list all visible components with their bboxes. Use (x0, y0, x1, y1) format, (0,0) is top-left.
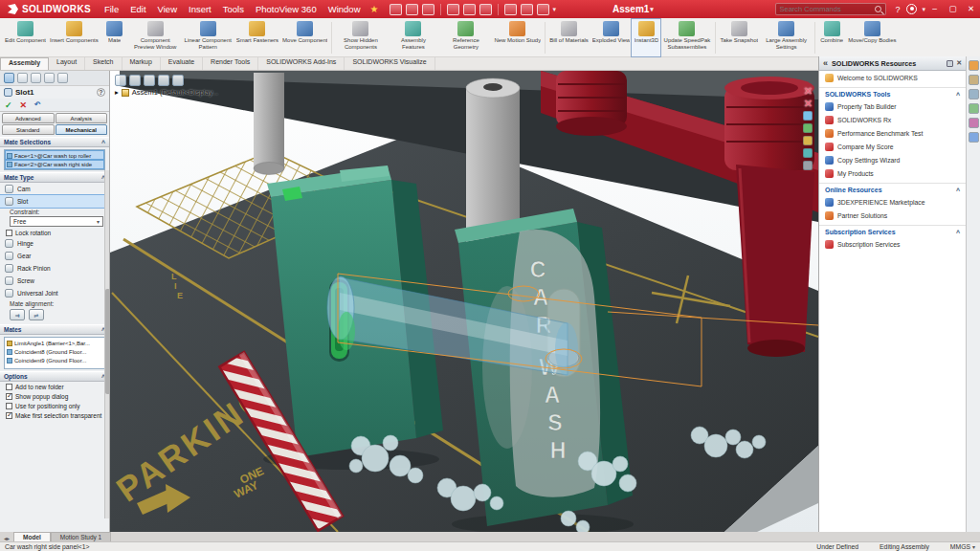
exploded-view-button[interactable]: Exploded View (590, 19, 633, 56)
constraint-select[interactable]: Free ▾ (10, 216, 103, 227)
open-document-icon[interactable] (406, 4, 418, 15)
tree-display-icon[interactable] (144, 75, 155, 86)
graphics-viewport[interactable]: PARKING WAY L I E ONE WAY (110, 71, 818, 532)
tab-render-tools[interactable]: Render Tools (203, 57, 258, 70)
menu-insert[interactable]: Insert (183, 4, 217, 14)
minimize-button[interactable]: – (925, 0, 944, 18)
tab-assembly[interactable]: Assembly (0, 57, 49, 70)
tab-mechanical-mates[interactable]: Mechanical (56, 124, 108, 135)
collapse-chevron-icon[interactable]: ˄ (101, 139, 105, 145)
tab-solidworks-addins[interactable]: SOLIDWORKS Add-Ins (258, 57, 345, 70)
insert-components-button[interactable]: Insert Components (48, 19, 100, 56)
new-document-icon[interactable] (390, 4, 402, 15)
context-settings-icon[interactable] (803, 161, 813, 170)
tab-analysis[interactable]: Analysis (56, 113, 108, 123)
tree-options-icon[interactable] (172, 75, 184, 86)
context-appearance-icon[interactable] (803, 148, 813, 158)
red-ribbed-cylinder-front[interactable] (556, 71, 627, 136)
linear-component-pattern-button[interactable]: Linear Component Pattern (182, 19, 234, 56)
pm-tab-dimxpert-icon[interactable] (44, 73, 55, 83)
show-hidden-components-button[interactable]: Show Hidden Components (334, 19, 387, 56)
link-partner-solutions[interactable]: Partner Solutions (819, 209, 966, 222)
mate-selections-listbox[interactable]: Face<1>@Car wash top roller Face<2>@Car … (4, 149, 105, 170)
search-icon[interactable] (875, 6, 881, 12)
collapse-chevron-icon[interactable]: ˄ (956, 91, 960, 98)
mate-type-universal-joint[interactable]: Universal Joint (0, 287, 109, 299)
menu-photoview[interactable]: PhotoView 360 (250, 4, 323, 14)
design-library-tab-icon[interactable] (969, 75, 979, 85)
menu-tools[interactable]: Tools (217, 4, 250, 14)
move-copy-bodies-button[interactable]: Move/Copy Bodies (846, 19, 898, 56)
mate-list-item[interactable]: Coincident8 (Ground Floor... (6, 347, 103, 356)
close-button[interactable]: ✕ (962, 0, 980, 18)
lock-rotation-option[interactable]: Lock rotation (0, 228, 109, 237)
show-hide-tree-icon[interactable] (158, 75, 169, 86)
appearances-tab-icon[interactable] (969, 118, 979, 128)
make-first-selection-transparent-checkbox[interactable] (6, 412, 12, 419)
link-copy-settings-wizard[interactable]: Copy Settings Wizard (819, 153, 966, 166)
option-use-for-positioning-only[interactable]: Use for positioning only (0, 401, 109, 410)
undo-icon[interactable] (463, 4, 476, 15)
mates-header[interactable]: Mates ˄ (0, 324, 109, 335)
link-property-tab-builder[interactable]: Property Tab Builder (819, 99, 966, 113)
mate-type-hinge[interactable]: Hinge (0, 237, 109, 250)
menu-file[interactable]: File (99, 4, 124, 14)
save-icon[interactable] (422, 4, 434, 15)
context-zoom-icon[interactable] (803, 111, 813, 121)
tab-motion-study[interactable]: Motion Study 1 (51, 532, 111, 541)
mate-button[interactable]: Mate (100, 19, 129, 56)
add-to-new-folder-checkbox[interactable] (6, 384, 12, 390)
take-snapshot-button[interactable]: Take Snapshot (718, 19, 760, 56)
options-header[interactable]: Options ˄ (0, 371, 109, 382)
display-pane-icon[interactable] (129, 75, 141, 86)
link-my-products[interactable]: My Products (819, 166, 966, 180)
search-input[interactable] (776, 5, 875, 13)
tab-solidworks-visualize[interactable]: SOLIDWORKS Visualize (345, 57, 434, 70)
component-preview-window-button[interactable]: Component Preview Window (129, 19, 182, 56)
close-pane-icon[interactable]: ✕ (956, 59, 962, 67)
pm-cancel-button[interactable]: ✕ (20, 100, 28, 110)
edit-component-button[interactable]: Edit Component (3, 19, 48, 56)
resources-tab-icon[interactable] (969, 60, 979, 71)
favorites-star-icon[interactable]: ★ (367, 4, 383, 14)
tab-scroll-arrows[interactable]: ◂▸ (0, 535, 13, 541)
smart-fasteners-button[interactable]: Smart Fasteners (234, 19, 280, 56)
tab-standard-mates[interactable]: Standard (2, 124, 55, 135)
link-compare-my-score[interactable]: Compare My Score (819, 140, 966, 153)
collapse-chevron-icon[interactable]: ˄ (956, 229, 960, 235)
maximize-button[interactable]: ▢ (944, 0, 962, 18)
context-section-icon[interactable] (803, 136, 813, 145)
new-motion-study-button[interactable]: New Motion Study (492, 19, 543, 56)
section-subscription-services[interactable]: Subscription Services ˄ (819, 225, 966, 237)
mate-selections-header[interactable]: Mate Selections ˄ (0, 137, 109, 147)
menu-edit[interactable]: Edit (124, 4, 151, 14)
support-post-component[interactable] (254, 73, 284, 175)
context-view-icon[interactable] (803, 123, 813, 133)
mate-list-item[interactable]: LimitAngle1 (Barrier<1>,Bar... (6, 339, 103, 347)
pm-tab-configurations-icon[interactable] (31, 73, 41, 83)
confirm-cancel-icon[interactable]: ✕ (804, 86, 813, 96)
lock-rotation-checkbox[interactable] (6, 230, 12, 236)
collapse-chevron-icon[interactable]: ˄ (956, 187, 960, 193)
tab-layout[interactable]: Layout (49, 57, 85, 70)
menu-view[interactable]: View (152, 4, 183, 14)
anti-aligned-button[interactable]: ⇄ (29, 309, 44, 320)
tab-sketch[interactable]: Sketch (85, 57, 122, 70)
mate-type-header[interactable]: Mate Type ˄ (0, 172, 109, 183)
update-speedpak-button[interactable]: Update SpeedPak Subassemblies (660, 19, 713, 56)
instant3d-button[interactable]: Instant3D (632, 19, 660, 56)
redo-icon[interactable] (479, 4, 492, 15)
file-properties-icon[interactable] (521, 4, 533, 15)
user-caret-icon[interactable]: ▾ (922, 6, 925, 13)
mate-selection-item[interactable]: Face<1>@Car wash top roller (6, 151, 103, 160)
use-for-positioning-only-checkbox[interactable] (6, 403, 12, 409)
move-component-button[interactable]: Move Component (280, 19, 329, 56)
option-make-first-selection-transparent[interactable]: Make first selection transparent (0, 410, 109, 420)
tree-expand-icon[interactable]: ▸ (115, 88, 119, 97)
link-subscription-services[interactable]: Subscription Services (819, 237, 966, 251)
tab-markup[interactable]: Markup (122, 57, 161, 70)
viewport-3d-scene[interactable]: PARKING WAY L I E ONE WAY (110, 71, 818, 532)
red-ribbed-cylinder-right[interactable] (724, 77, 814, 170)
feature-tree-root-node[interactable]: ▸ Assem1 (Default<Display... (115, 88, 218, 97)
file-explorer-tab-icon[interactable] (969, 89, 979, 99)
